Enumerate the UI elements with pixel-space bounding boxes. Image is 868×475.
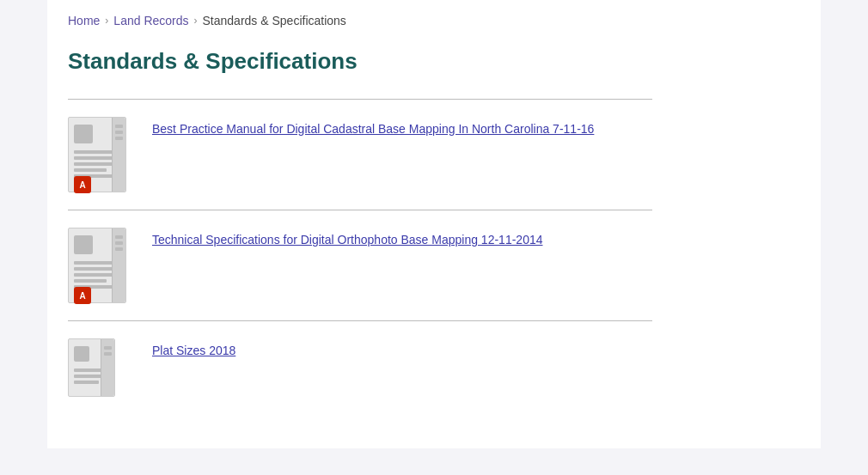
thumb-avatar <box>74 346 89 362</box>
pdf-icon: A <box>74 176 91 193</box>
doc-text: Technical Specifications for Digital Ort… <box>152 228 543 249</box>
list-item: A Best Practice Manual for Digital Cadas… <box>68 117 800 210</box>
pdf-icon: A <box>74 287 91 304</box>
breadcrumb-separator-2: › <box>194 15 198 27</box>
doc-link-3[interactable]: Plat Sizes 2018 <box>152 344 235 357</box>
section-divider <box>68 99 652 100</box>
page-container: Home › Land Records › Standards & Specif… <box>47 0 821 448</box>
thumb-avatar <box>74 235 93 254</box>
doc-text: Plat Sizes 2018 <box>152 338 235 360</box>
breadcrumb-separator-1: › <box>105 15 108 27</box>
list-item: Plat Sizes 2018 <box>68 338 800 414</box>
breadcrumb-current: Standards & Specifications <box>203 14 346 27</box>
doc-text: Best Practice Manual for Digital Cadastr… <box>152 117 594 138</box>
doc-link-2[interactable]: Technical Specifications for Digital Ort… <box>152 233 543 247</box>
breadcrumb: Home › Land Records › Standards & Specif… <box>68 14 800 27</box>
item-divider <box>68 320 652 321</box>
pdf-thumbnail <box>68 338 137 397</box>
pdf-thumbnail: A <box>68 117 137 192</box>
page-title: Standards & Specifications <box>68 48 800 75</box>
pdf-thumbnail: A <box>68 228 137 303</box>
breadcrumb-land-records[interactable]: Land Records <box>113 14 188 27</box>
breadcrumb-home[interactable]: Home <box>68 14 100 27</box>
list-item: A Technical Specifications for Digital O… <box>68 228 800 320</box>
document-list: A Best Practice Manual for Digital Cadas… <box>68 117 800 414</box>
item-divider <box>68 210 652 210</box>
thumb-avatar <box>74 125 93 143</box>
doc-link-1[interactable]: Best Practice Manual for Digital Cadastr… <box>152 122 594 136</box>
